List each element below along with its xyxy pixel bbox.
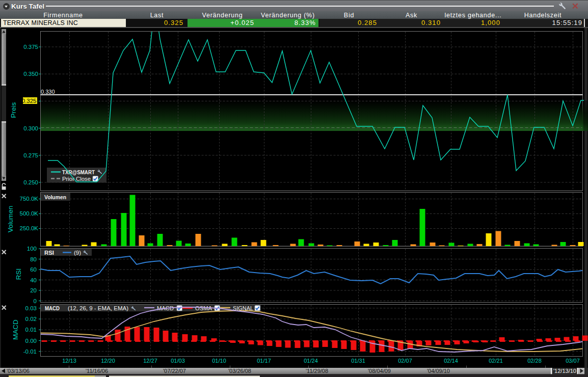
svg-text:MACD: MACD	[12, 319, 19, 340]
svg-text:(12, 26, 9 - EMA, EMA): (12, 26, 9 - EMA, EMA)	[68, 305, 128, 311]
svg-text:'03/13/06: '03/13/06	[7, 368, 30, 374]
svg-text:02/07: 02/07	[398, 358, 412, 364]
svg-text:0.330: 0.330	[41, 89, 55, 95]
svg-text:60: 60	[30, 266, 37, 273]
svg-text:Preis: Preis	[10, 102, 17, 118]
svg-text:02/21: 02/21	[489, 358, 503, 364]
svg-text:80: 80	[30, 256, 37, 262]
svg-text:750.0K: 750.0K	[20, 196, 39, 202]
svg-text:100: 100	[27, 246, 37, 252]
svg-text:0.01: 0.01	[25, 327, 37, 333]
svg-text:250.0K: 250.0K	[20, 225, 39, 231]
svg-text:0: 0	[34, 298, 37, 304]
svg-text:'07/22/07: '07/22/07	[163, 368, 186, 374]
svg-text:Prior Close: Prior Close	[62, 176, 91, 182]
svg-text:0.02: 0.02	[25, 316, 37, 322]
svg-text:12/27: 12/27	[143, 358, 157, 364]
svg-text:0.00: 0.00	[25, 338, 37, 344]
svg-text:01/10: 01/10	[212, 358, 226, 364]
svg-text:SIGNAL: SIGNAL	[233, 305, 254, 311]
svg-text:12/20: 12/20	[101, 358, 115, 364]
svg-text:0.275: 0.275	[23, 152, 38, 158]
svg-text:20: 20	[30, 287, 37, 293]
svg-text:'03/26/08: '03/26/08	[228, 368, 251, 374]
svg-text:01/24: 01/24	[304, 358, 318, 364]
svg-text:0.250: 0.250	[23, 179, 38, 185]
svg-text:500.0K: 500.0K	[20, 210, 39, 217]
svg-text:'12/13/10: '12/13/10	[553, 368, 576, 374]
svg-text:MACD: MACD	[45, 305, 60, 311]
svg-text:RSI: RSI	[44, 250, 54, 256]
svg-text:(9): (9)	[74, 250, 81, 256]
svg-text:0.300: 0.300	[23, 125, 38, 131]
svg-text:'08/04/09: '08/04/09	[368, 368, 391, 374]
svg-text:01/03: 01/03	[171, 358, 185, 364]
svg-text:40: 40	[30, 277, 37, 283]
svg-text:'04/09/10: '04/09/10	[427, 368, 450, 374]
svg-text:0.325: 0.325	[22, 98, 37, 104]
svg-text:0.375: 0.375	[23, 44, 38, 50]
svg-text:01/17: 01/17	[257, 358, 271, 364]
svg-text:RSI: RSI	[15, 268, 22, 280]
svg-text:Volumen: Volumen	[44, 194, 66, 200]
svg-text:03/07: 03/07	[566, 358, 580, 364]
svg-text:02/28: 02/28	[527, 358, 542, 364]
svg-text:0.03: 0.03	[25, 305, 37, 311]
svg-text:Volumen: Volumen	[7, 206, 14, 233]
svg-text:-0.01: -0.01	[23, 348, 37, 355]
svg-text:12/13: 12/13	[62, 358, 76, 364]
svg-text:0.350: 0.350	[23, 71, 38, 77]
svg-text:'11/29/08: '11/29/08	[306, 368, 328, 374]
svg-text:'11/16/06: '11/16/06	[86, 368, 108, 374]
svg-text:01/31: 01/31	[351, 358, 365, 364]
svg-text:02/14: 02/14	[444, 358, 458, 364]
